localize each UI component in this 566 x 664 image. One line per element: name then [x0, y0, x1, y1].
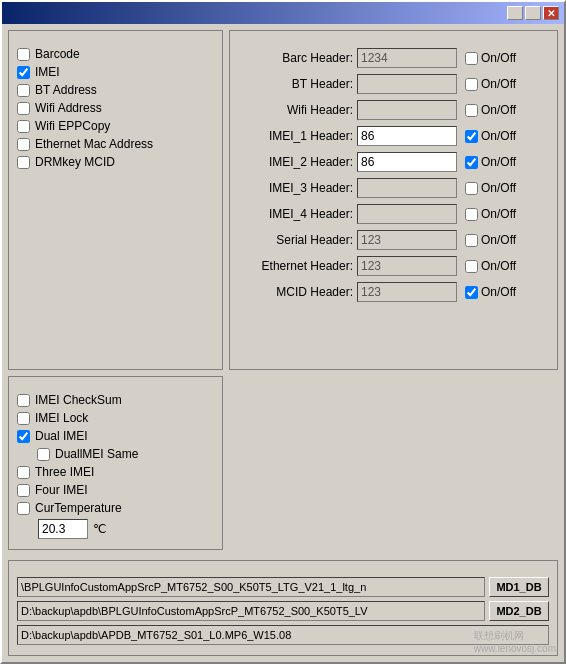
- top-row: BarcodeIMEIBT AddressWifi AddressWifi EP…: [8, 30, 558, 370]
- header-onoff-1: On/Off: [465, 77, 516, 91]
- onoff-checkbox-0[interactable]: [465, 52, 478, 65]
- checkbox-bt_address[interactable]: [17, 84, 30, 97]
- header-onoff-5: On/Off: [465, 181, 516, 195]
- checkbox-wifi_eppcopy[interactable]: [17, 120, 30, 133]
- onoff-label-8: On/Off: [481, 259, 516, 273]
- onoff-checkbox-4[interactable]: [465, 156, 478, 169]
- imei-label-four_imei: Four IMEI: [35, 483, 88, 497]
- db-row-0: MD1_DB: [17, 575, 549, 599]
- title-bar: ✕: [2, 2, 564, 24]
- main-window: ✕ BarcodeIMEIBT AddressWifi AddressWifi …: [0, 0, 566, 664]
- imei-checkbox-dual_imei[interactable]: [17, 430, 30, 443]
- checkbox-wifi_address[interactable]: [17, 102, 30, 115]
- header-row-0: Barc Header:On/Off: [238, 45, 549, 71]
- onoff-label-0: On/Off: [481, 51, 516, 65]
- watermark: 联想刷机网www.lenovosj.com: [474, 629, 556, 654]
- checkbox-imei[interactable]: [17, 66, 30, 79]
- imei-checkbox-three_imei[interactable]: [17, 466, 30, 479]
- window-content: BarcodeIMEIBT AddressWifi AddressWifi EP…: [2, 24, 564, 662]
- onoff-checkbox-3[interactable]: [465, 130, 478, 143]
- onoff-label-3: On/Off: [481, 129, 516, 143]
- imei-item-dualimei_same: DuallMEI Same: [17, 445, 214, 463]
- imei-label-dualimei_same: DuallMEI Same: [55, 447, 138, 461]
- header-input-8[interactable]: [357, 256, 457, 276]
- header-label-4: IMEI_2 Header:: [238, 155, 353, 169]
- onoff-label-1: On/Off: [481, 77, 516, 91]
- imei-checkbox-imei_checksum[interactable]: [17, 394, 30, 407]
- database-rows: MD1_DBMD2_DB: [17, 575, 549, 647]
- write-option-item-barcode: Barcode: [17, 45, 214, 63]
- header-onoff-6: On/Off: [465, 207, 516, 221]
- write-option-group: BarcodeIMEIBT AddressWifi AddressWifi EP…: [8, 30, 223, 370]
- header-label-1: BT Header:: [238, 77, 353, 91]
- header-input-2[interactable]: [357, 100, 457, 120]
- onoff-label-6: On/Off: [481, 207, 516, 221]
- onoff-checkbox-8[interactable]: [465, 260, 478, 273]
- header-row-6: IMEI_4 Header:On/Off: [238, 201, 549, 227]
- db-input-0[interactable]: [17, 577, 485, 597]
- imei-label-imei_lock: IMEI Lock: [35, 411, 88, 425]
- checkbox-drmkey_mcid[interactable]: [17, 156, 30, 169]
- onoff-label-7: On/Off: [481, 233, 516, 247]
- write-option-item-bt_address: BT Address: [17, 81, 214, 99]
- header-input-0[interactable]: [357, 48, 457, 68]
- db-button-1[interactable]: MD2_DB: [489, 601, 549, 621]
- close-button[interactable]: ✕: [543, 6, 559, 20]
- header-input-1[interactable]: [357, 74, 457, 94]
- header-input-6[interactable]: [357, 204, 457, 224]
- header-label-8: Ethernet Header:: [238, 259, 353, 273]
- maximize-button[interactable]: [525, 6, 541, 20]
- imei-label-imei_checksum: IMEI CheckSum: [35, 393, 122, 407]
- onoff-checkbox-5[interactable]: [465, 182, 478, 195]
- header-input-9[interactable]: [357, 282, 457, 302]
- onoff-checkbox-6[interactable]: [465, 208, 478, 221]
- header-onoff-3: On/Off: [465, 129, 516, 143]
- onoff-checkbox-2[interactable]: [465, 104, 478, 117]
- db-button-0[interactable]: MD1_DB: [489, 577, 549, 597]
- label-ethernet_mac: Ethernet Mac Address: [35, 137, 153, 151]
- checkbox-barcode[interactable]: [17, 48, 30, 61]
- imei-item-four_imei: Four IMEI: [17, 481, 214, 499]
- header-row-8: Ethernet Header:On/Off: [238, 253, 549, 279]
- imei-label-cur_temperature: CurTemperature: [35, 501, 122, 515]
- onoff-label-4: On/Off: [481, 155, 516, 169]
- imei-checkbox-imei_lock[interactable]: [17, 412, 30, 425]
- header-input-5[interactable]: [357, 178, 457, 198]
- header-onoff-9: On/Off: [465, 285, 516, 299]
- header-onoff-7: On/Off: [465, 233, 516, 247]
- checkbox-ethernet_mac[interactable]: [17, 138, 30, 151]
- onoff-checkbox-1[interactable]: [465, 78, 478, 91]
- minimize-button[interactable]: [507, 6, 523, 20]
- write-option-items: BarcodeIMEIBT AddressWifi AddressWifi EP…: [17, 45, 214, 171]
- header-label-7: Serial Header:: [238, 233, 353, 247]
- imei-item-imei_checksum: IMEI CheckSum: [17, 391, 214, 409]
- temperature-input[interactable]: [38, 519, 88, 539]
- imei-item-dual_imei: Dual IMEI: [17, 427, 214, 445]
- imei-item-imei_lock: IMEI Lock: [17, 409, 214, 427]
- header-input-7[interactable]: [357, 230, 457, 250]
- onoff-label-2: On/Off: [481, 103, 516, 117]
- header-option-rows: Barc Header:On/OffBT Header:On/OffWifi H…: [238, 45, 549, 305]
- onoff-label-9: On/Off: [481, 285, 516, 299]
- imei-checkbox-cur_temperature[interactable]: [17, 502, 30, 515]
- header-onoff-2: On/Off: [465, 103, 516, 117]
- label-imei: IMEI: [35, 65, 60, 79]
- header-label-9: MCID Header:: [238, 285, 353, 299]
- imei-checkbox-four_imei[interactable]: [17, 484, 30, 497]
- write-option-item-wifi_eppcopy: Wifi EPPCopy: [17, 117, 214, 135]
- header-row-7: Serial Header:On/Off: [238, 227, 549, 253]
- imei-label-dual_imei: Dual IMEI: [35, 429, 88, 443]
- header-input-4[interactable]: [357, 152, 457, 172]
- imei-item-cur_temperature: CurTemperature: [17, 499, 214, 517]
- onoff-checkbox-7[interactable]: [465, 234, 478, 247]
- header-label-3: IMEI_1 Header:: [238, 129, 353, 143]
- header-label-2: Wifi Header:: [238, 103, 353, 117]
- imei-checkbox-dualimei_same[interactable]: [37, 448, 50, 461]
- header-row-2: Wifi Header:On/Off: [238, 97, 549, 123]
- db-input-1[interactable]: [17, 601, 485, 621]
- onoff-checkbox-9[interactable]: [465, 286, 478, 299]
- db-input-2[interactable]: [17, 625, 549, 645]
- label-wifi_address: Wifi Address: [35, 101, 102, 115]
- header-input-3[interactable]: [357, 126, 457, 146]
- write-option-item-drmkey_mcid: DRMkey MCID: [17, 153, 214, 171]
